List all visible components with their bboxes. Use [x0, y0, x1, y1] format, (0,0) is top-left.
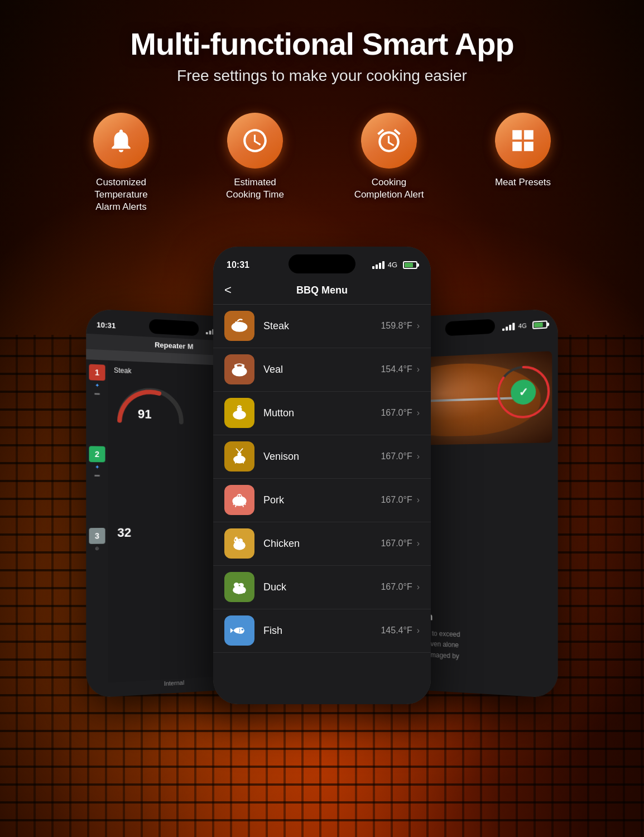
- center-signal-1: [372, 266, 374, 269]
- right-phone-dynamic-island: [445, 319, 495, 336]
- signal-bar-1: [206, 331, 208, 334]
- venison-icon-box: [224, 441, 254, 472]
- svg-point-19: [238, 496, 239, 497]
- duck-temp: 167.0°F: [381, 582, 412, 592]
- nav-title: BBQ Menu: [296, 285, 348, 296]
- pork-name: Pork: [263, 494, 381, 506]
- probe-2-label: 2 ✦ ▬: [88, 446, 105, 478]
- right-signal-1: [502, 328, 504, 330]
- center-4g-label: 4G: [388, 261, 397, 269]
- page-title: Multi-functional Smart App: [0, 27, 644, 61]
- probe-1-arc: 91: [114, 378, 187, 425]
- center-phone: 10:31 4G: [213, 247, 431, 704]
- center-signal-4: [382, 261, 385, 269]
- feature-cooking-time-label: EstimatedCooking Time: [226, 176, 284, 201]
- grid-icon-circle: [495, 113, 551, 169]
- menu-item-chicken[interactable]: Chicken 167.0°F ›: [213, 522, 431, 566]
- menu-item-pork[interactable]: Pork 167.0°F ›: [213, 479, 431, 522]
- menu-item-venison[interactable]: Venison 167.0°F ›: [213, 435, 431, 479]
- menu-item-mutton[interactable]: Mutton 167.0°F ›: [213, 392, 431, 435]
- center-phone-screen: 10:31 4G: [213, 247, 431, 704]
- fish-chevron: ›: [417, 626, 420, 636]
- svg-line-11: [237, 449, 238, 450]
- veal-icon-box: [224, 354, 254, 384]
- probe-2-temp: 32: [117, 525, 131, 540]
- center-signal-3: [379, 263, 381, 269]
- menu-item-veal[interactable]: Veal 154.4°F ›: [213, 348, 431, 392]
- chicken-temp: 167.0°F: [381, 538, 412, 549]
- feature-alarm: CustomizedTemperatureAlarm Alerts: [71, 113, 171, 213]
- center-phone-status-icons: 4G: [372, 261, 417, 269]
- pork-temp: 167.0°F: [381, 495, 412, 505]
- fish-temp: 145.4°F: [381, 626, 412, 636]
- grid-icon: [509, 127, 537, 155]
- feature-alarm-label: CustomizedTemperatureAlarm Alerts: [94, 176, 147, 213]
- svg-point-25: [234, 583, 239, 588]
- center-phone-time: 10:31: [227, 260, 249, 270]
- svg-point-2: [232, 367, 247, 377]
- duck-icon: [229, 577, 249, 597]
- probe-3-number: 3: [89, 528, 105, 544]
- steak-chevron: ›: [417, 321, 420, 331]
- alarm-icon-circle: [93, 113, 149, 169]
- center-battery-icon: [403, 261, 417, 269]
- right-phone-status-icons: 4G: [502, 320, 547, 331]
- fish-icon: [229, 620, 249, 641]
- steak-icon: [229, 316, 249, 336]
- svg-point-23: [234, 540, 236, 541]
- feature-cooking-time: EstimatedCooking Time: [205, 113, 305, 213]
- features-row: CustomizedTemperatureAlarm Alerts Estima…: [0, 113, 644, 213]
- veal-icon: [229, 359, 249, 379]
- probe-1-bt-icon: ✦: [95, 382, 99, 389]
- menu-item-fish[interactable]: Fish 145.4°F ›: [213, 609, 431, 653]
- svg-point-26: [242, 629, 244, 631]
- svg-point-8: [237, 453, 241, 456]
- svg-point-18: [237, 494, 242, 499]
- venison-chevron: ›: [417, 451, 420, 461]
- right-signal-3: [509, 324, 511, 330]
- probe-labels-column: 1 ✦ ▬ 2 ✦ ▬ 3 ⊕: [86, 359, 108, 684]
- steak-name: Steak: [263, 320, 381, 332]
- clock-icon: [241, 127, 269, 155]
- menu-item-duck[interactable]: Duck 167.0°F ›: [213, 566, 431, 609]
- chicken-icon: [229, 533, 249, 554]
- feature-meat-presets-label: Meat Presets: [495, 176, 551, 189]
- duck-name: Duck: [263, 581, 381, 593]
- svg-point-1: [235, 321, 238, 324]
- header-section: Multi-functional Smart App Free settings…: [0, 0, 644, 96]
- steak-temp: 159.8°F: [381, 321, 412, 331]
- signal-bar-2: [209, 330, 212, 334]
- bbq-nav-bar: < BBQ Menu: [213, 277, 431, 305]
- left-phone-time: 10:31: [97, 320, 116, 330]
- svg-point-20: [239, 496, 241, 497]
- right-signal-bars: [502, 323, 515, 330]
- left-phone-dynamic-island: [149, 319, 199, 336]
- veal-temp: 154.4°F: [381, 364, 412, 374]
- chicken-name: Chicken: [263, 538, 381, 550]
- feature-completion-alert: CookingCompletion Alert: [339, 113, 439, 213]
- probe-1-label: 1 ✦ ▬: [88, 364, 105, 396]
- bbq-menu-list: Steak 159.8°F › Veal 154.4°F ›: [213, 305, 431, 704]
- nav-back-button[interactable]: <: [224, 283, 232, 297]
- bell-icon: [107, 127, 135, 155]
- center-signal-bars: [372, 261, 385, 269]
- alarm-clock-icon: [375, 127, 403, 155]
- pork-icon: [229, 490, 249, 510]
- svg-point-6: [237, 407, 242, 412]
- mutton-chevron: ›: [417, 408, 420, 418]
- duck-chevron: ›: [417, 582, 420, 592]
- right-battery-icon: [532, 320, 547, 329]
- svg-line-12: [239, 450, 242, 453]
- internal-text: Internal: [164, 679, 184, 687]
- chicken-chevron: ›: [417, 538, 420, 549]
- checkmark-icon: ✓: [518, 385, 528, 399]
- steak-icon-box: [224, 311, 254, 341]
- feature-meat-presets: Meat Presets: [473, 113, 573, 213]
- center-battery-fill: [405, 263, 413, 267]
- probe-1-battery: ▬: [94, 390, 99, 396]
- venison-temp: 167.0°F: [381, 451, 412, 461]
- feature-completion-alert-label: CookingCompletion Alert: [354, 176, 424, 201]
- veal-chevron: ›: [417, 364, 420, 374]
- right-signal-4: [513, 323, 515, 330]
- menu-item-steak[interactable]: Steak 159.8°F ›: [213, 305, 431, 348]
